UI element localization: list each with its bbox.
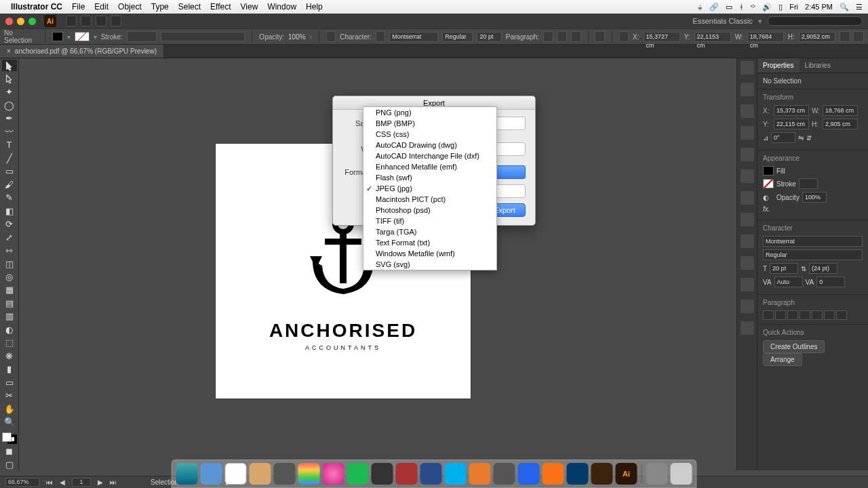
align-center-icon[interactable] [557, 31, 567, 42]
dock-downloads-icon[interactable] [646, 463, 668, 485]
artboards-panel-icon[interactable] [741, 321, 754, 335]
props-x-field[interactable]: 15,373 cm [774, 105, 809, 116]
window-close-icon[interactable] [5, 18, 13, 25]
fill-color-swatch[interactable] [763, 166, 774, 176]
free-transform-tool[interactable]: ◫ [2, 258, 17, 269]
notification-icon[interactable]: ☰ [856, 3, 863, 12]
format-option[interactable]: AutoCAD Interchange File (dxf) [363, 150, 496, 161]
h-field[interactable]: 2,9052 cm [799, 32, 835, 42]
dock-finder-icon[interactable] [176, 463, 198, 485]
dock-chrome-icon[interactable] [298, 463, 320, 485]
arrange-icon[interactable] [96, 16, 106, 26]
draw-mode-icon[interactable]: ◼ [2, 445, 17, 457]
kerning-field[interactable]: Auto [774, 277, 803, 287]
layers-panel-icon[interactable] [741, 278, 754, 291]
shape-builder-tool[interactable]: ◎ [2, 271, 17, 283]
format-option[interactable]: Text Format (txt) [363, 237, 496, 248]
spotlight-icon[interactable]: 🔍 [840, 3, 849, 12]
display-icon[interactable]: ▭ [726, 3, 732, 12]
align-right-icon[interactable] [571, 31, 580, 42]
format-option[interactable]: Flash (swf) [363, 172, 496, 183]
flip-h-icon[interactable]: ⇋ [798, 134, 804, 142]
para-align-center-icon[interactable] [775, 310, 786, 320]
rectangle-tool[interactable]: ▭ [2, 165, 17, 177]
fill-swatch[interactable] [52, 32, 63, 41]
dock-vlc-icon[interactable] [469, 463, 491, 485]
nav-next-icon[interactable]: ▶ [98, 479, 103, 486]
dock-trash-icon[interactable] [671, 463, 692, 485]
w-field[interactable]: 18,7684 cm [747, 32, 784, 42]
props-h-field[interactable]: 2,905 cm [823, 119, 858, 129]
setup-icon[interactable] [840, 31, 850, 42]
format-option[interactable]: Targa (TGA) [363, 226, 496, 237]
rotate-tool[interactable]: ⟳ [2, 218, 17, 230]
font-size-field[interactable]: 20 pt [477, 32, 501, 42]
menu-app[interactable]: Illustrator CC [11, 2, 62, 12]
fill-stroke-swatch[interactable] [2, 432, 17, 444]
flag-icon[interactable]: ▯ [778, 3, 783, 12]
para-justify-all-icon[interactable] [836, 310, 847, 320]
recolor-icon[interactable] [326, 31, 336, 42]
dock-safari-icon[interactable] [201, 463, 222, 485]
blend-tool[interactable]: ⬚ [2, 337, 17, 348]
slice-tool[interactable]: ✂ [2, 390, 17, 401]
font-filter-icon[interactable] [376, 31, 385, 42]
dock-app1-icon[interactable] [372, 463, 393, 485]
stroke-color-swatch[interactable] [763, 179, 774, 188]
bluetooth-icon[interactable]: ᚼ [739, 3, 744, 11]
column-graph-tool[interactable]: ▮ [2, 363, 17, 375]
transform-reference-icon[interactable] [619, 31, 629, 42]
y-field[interactable]: 22,1153 cm [694, 32, 731, 42]
dock-mediaencoder-icon[interactable] [591, 463, 613, 485]
workspace-switcher[interactable]: Essentials Classic [692, 17, 753, 25]
dock-itunes-icon[interactable] [323, 463, 344, 485]
dock-contacts-icon[interactable] [250, 463, 271, 485]
tab-libraries[interactable]: Libraries [800, 58, 836, 73]
symbols-panel-icon[interactable] [741, 148, 754, 161]
opacity-value[interactable]: 100% [288, 33, 306, 41]
para-justify-right-icon[interactable] [824, 310, 835, 320]
bridge-icon[interactable] [66, 16, 77, 26]
menu-type[interactable]: Type [151, 2, 169, 12]
para-align-right-icon[interactable] [787, 310, 798, 320]
font-family-field[interactable]: Montserrat [389, 32, 438, 42]
para-justify-center-icon[interactable] [812, 310, 823, 320]
font-family-field-panel[interactable]: Montserrat [763, 236, 863, 247]
stroke-swatch[interactable] [75, 32, 90, 41]
color-guide-panel-icon[interactable] [741, 83, 754, 96]
type-tool[interactable]: T [2, 139, 17, 150]
direct-selection-tool[interactable] [2, 73, 17, 84]
font-style-field[interactable]: Regular [442, 32, 473, 42]
graphic-styles-panel-icon[interactable] [741, 256, 754, 270]
menu-time[interactable]: 2:45 PM [805, 3, 833, 11]
format-option[interactable]: BMP (BMP) [363, 118, 496, 129]
props-w-field[interactable]: 18,768 cm [823, 105, 858, 116]
align-to-icon[interactable] [595, 31, 604, 42]
menu-help[interactable]: Help [306, 2, 323, 12]
props-y-field[interactable]: 22,115 cm [774, 119, 809, 129]
nav-prev-icon[interactable]: ◀ [60, 479, 65, 486]
para-align-left-icon[interactable] [763, 310, 774, 320]
dock-photoshop-icon[interactable] [567, 463, 589, 485]
menu-select[interactable]: Select [178, 2, 201, 12]
screen-mode-icon[interactable]: ▢ [2, 459, 17, 470]
asset-export-panel-icon[interactable] [741, 300, 754, 313]
brush-definition[interactable] [161, 32, 245, 41]
shaper-tool[interactable]: ✎ [2, 192, 17, 203]
menu-effect[interactable]: Effect [210, 2, 231, 12]
curvature-tool[interactable]: 〰 [2, 125, 17, 137]
dock-spotify-icon[interactable] [347, 463, 369, 485]
stroke-weight-field[interactable] [799, 178, 818, 189]
menu-view[interactable]: View [241, 2, 258, 12]
dock-app4-icon[interactable] [494, 463, 515, 485]
lasso-tool[interactable]: ◯ [2, 99, 17, 110]
artboard-tool[interactable]: ▭ [2, 377, 17, 388]
fx-icon[interactable]: fx. [763, 205, 770, 213]
stroke-weight-dropdown[interactable] [127, 31, 157, 42]
dock-app3-icon[interactable] [420, 463, 442, 485]
menu-day[interactable]: Fri [789, 3, 798, 11]
format-option[interactable]: JPEG (jpg) [363, 183, 496, 194]
tracking-field[interactable]: 0 [816, 277, 845, 287]
volume-icon[interactable]: 🔊 [762, 3, 772, 12]
wifi-status-icon[interactable]: ⌔ [751, 3, 755, 11]
